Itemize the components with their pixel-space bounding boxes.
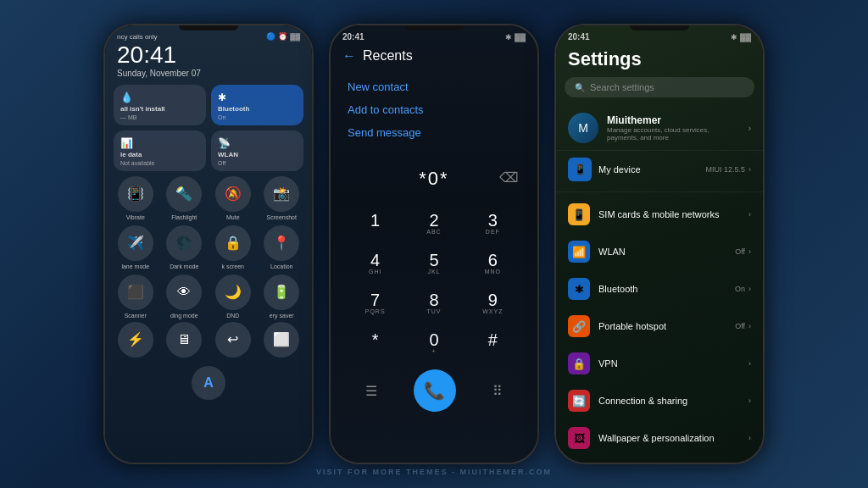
p1-vibrate[interactable]: 📳 Vibrate	[114, 176, 158, 220]
p1-lockscreen[interactable]: 🔒 k screen	[211, 225, 255, 269]
p3-wlan-arrow: ›	[748, 247, 751, 256]
p3-vpn-name: VPN	[598, 358, 740, 369]
p3-setting-bluetooth[interactable]: ✱ Bluetooth On ›	[556, 270, 763, 308]
p3-hotspot-name: Portable hotspot	[598, 321, 726, 331]
p3-vpn-arrow: ›	[748, 359, 751, 368]
p1-location[interactable]: 📍 Location	[260, 225, 304, 269]
p3-page-title: Settings	[556, 43, 763, 77]
p3-profile-name: Miuithemer	[607, 114, 740, 126]
p2-key-hash[interactable]: #	[465, 324, 520, 361]
p3-bt-status: On	[735, 285, 745, 293]
p2-contact-links: New contact Add to contacts Send message	[331, 69, 537, 151]
p3-setting-connection[interactable]: 🔄 Connection & sharing ›	[556, 382, 763, 419]
p3-device-row[interactable]: 📱 My device MIUI 12.5.5 ›	[556, 150, 763, 188]
p1-darkmode[interactable]: 🌑 Dark mode	[163, 225, 207, 269]
p2-key-5[interactable]: 5JKL	[406, 245, 461, 281]
p3-device-arrow: ›	[748, 165, 751, 174]
p1-assistant-btn[interactable]: A	[192, 366, 225, 400]
p1-tile-bluetooth[interactable]: ✱ Bluetooth On	[211, 85, 303, 125]
p1-bt-icon: ✱	[218, 92, 226, 103]
p1-tile-mobile[interactable]: 📊 le data Not available	[114, 130, 206, 171]
p1-data-icon: 💧	[120, 92, 133, 103]
p1-status-bar: ncy calls only 🔵 ⏰ ▓▓	[105, 25, 312, 42]
p1-dnd[interactable]: 🌙 DND	[211, 274, 255, 319]
p3-time: 20:41	[568, 32, 590, 42]
p2-keypad: 1 2ABC 3DEF 4GHI 5JKL	[331, 205, 537, 361]
p1-quick3[interactable]: ↩	[211, 322, 255, 358]
p3-device-badge: MIUI 12.5.5	[705, 165, 745, 174]
p3-setting-wlan[interactable]: 📶 WLAN Off ›	[556, 233, 763, 270]
p2-new-contact[interactable]: New contact	[348, 75, 520, 98]
p3-search-placeholder: Search settings	[590, 82, 654, 92]
p1-time: 20:41	[105, 42, 312, 69]
p1-mute[interactable]: 🔕 Mute	[211, 176, 255, 220]
p1-date: Sunday, November 07	[105, 69, 312, 78]
p3-setting-wallpaper[interactable]: 🖼 Wallpaper & personalization ›	[556, 419, 763, 457]
p2-key-1[interactable]: 1	[348, 205, 403, 241]
p2-key-9[interactable]: 9WXYZ	[465, 285, 520, 321]
p3-battery: ▓▓	[740, 33, 751, 42]
p2-add-contact[interactable]: Add to contacts	[348, 98, 520, 121]
p3-bt-name: Bluetooth	[598, 284, 726, 294]
p1-battery-saver[interactable]: 🔋 ery saver	[260, 274, 304, 319]
p1-tile-data[interactable]: 💧 all isn't install — MB	[114, 85, 206, 125]
p3-wallpaper-name: Wallpaper & personalization	[598, 433, 740, 443]
p3-setting-hotspot[interactable]: 🔗 Portable hotspot Off ›	[556, 308, 763, 345]
p2-header: ← Recents	[331, 43, 537, 69]
p2-key-2[interactable]: 2ABC	[406, 205, 461, 241]
p2-key-0[interactable]: 0+	[406, 324, 461, 361]
p1-quick4[interactable]: ⬜	[260, 322, 304, 358]
main-container: ncy calls only 🔵 ⏰ ▓▓ 20:41 Sunday, Nove…	[0, 0, 868, 488]
p2-title: Recents	[363, 48, 413, 64]
p1-alarm-icon: ⏰	[278, 32, 287, 41]
p1-flashlight[interactable]: 🔦 Flashlight	[163, 176, 207, 220]
p1-screenshot[interactable]: 📸 Screenshot	[260, 176, 304, 220]
p3-hotspot-icon: 🔗	[568, 315, 590, 337]
p1-tile-wlan[interactable]: 📡 WLAN Off	[211, 130, 303, 171]
p3-search-bar[interactable]: 🔍 Search settings	[565, 77, 754, 97]
p2-key-6[interactable]: 6MNO	[465, 245, 520, 281]
p1-data-label: all isn't install	[120, 105, 199, 113]
p2-key-8[interactable]: 8TUV	[406, 285, 461, 321]
p2-key-star[interactable]: *	[348, 324, 403, 361]
p3-wallpaper-arrow: ›	[748, 434, 751, 442]
p1-bt-label: Bluetooth	[218, 105, 297, 113]
p2-call-button[interactable]: 📞	[414, 369, 456, 412]
p1-quick2[interactable]: 🖥	[163, 322, 207, 358]
p3-setting-vpn[interactable]: 🔒 VPN ›	[556, 345, 763, 382]
p3-hotspot-status: Off	[735, 322, 745, 330]
p2-key-3[interactable]: 3DEF	[465, 205, 520, 241]
p3-device-name: My device	[598, 164, 641, 175]
p2-back-btn[interactable]: ←	[342, 48, 356, 64]
p1-wlan-sub: Off	[218, 160, 297, 166]
p3-wlan-name: WLAN	[598, 247, 726, 257]
p3-connection-icon: 🔄	[568, 390, 590, 412]
p1-mobile-label: le data	[120, 151, 199, 158]
p1-battery-icon: ▓▓	[290, 33, 300, 41]
p1-bt-sub: On	[218, 114, 297, 120]
p3-avatar: M	[568, 113, 598, 143]
p1-airplane[interactable]: ✈️ lane mode	[114, 225, 158, 269]
p2-menu-icon[interactable]: ☰	[365, 383, 377, 399]
p3-bt-icon: ✱	[731, 33, 737, 42]
p2-delete-icon[interactable]: ⌫	[499, 169, 520, 186]
p1-data-sub: — MB	[120, 114, 199, 120]
p1-reading[interactable]: 👁 ding mode	[163, 274, 207, 319]
p3-bt-arrow: ›	[748, 285, 751, 293]
p2-bt-icon: ✱	[505, 33, 512, 42]
p2-key-4[interactable]: 4GHI	[348, 245, 403, 281]
p3-hotspot-arrow: ›	[748, 322, 751, 330]
p2-send-msg[interactable]: Send message	[348, 121, 520, 144]
p3-profile-arrow: ›	[748, 124, 751, 133]
p1-scanner[interactable]: ⬛ Scanner	[114, 274, 158, 319]
p3-setting-sim[interactable]: 📱 SIM cards & mobile networks ›	[556, 196, 763, 233]
p3-profile-sub: Manage accounts, cloud services, payment…	[607, 126, 740, 141]
p3-profile-row[interactable]: M Miuithemer Manage accounts, cloud serv…	[556, 106, 763, 150]
p1-mobile-icon: 📊	[120, 137, 133, 149]
p3-sim-name: SIM cards & mobile networks	[598, 209, 740, 219]
p1-wlan-icon: 📡	[218, 137, 231, 149]
p3-connection-name: Connection & sharing	[598, 396, 740, 406]
p2-keypad-icon[interactable]: ⠿	[492, 383, 503, 399]
p2-key-7[interactable]: 7PQRS	[348, 285, 403, 321]
p1-quick1[interactable]: ⚡	[114, 322, 158, 358]
